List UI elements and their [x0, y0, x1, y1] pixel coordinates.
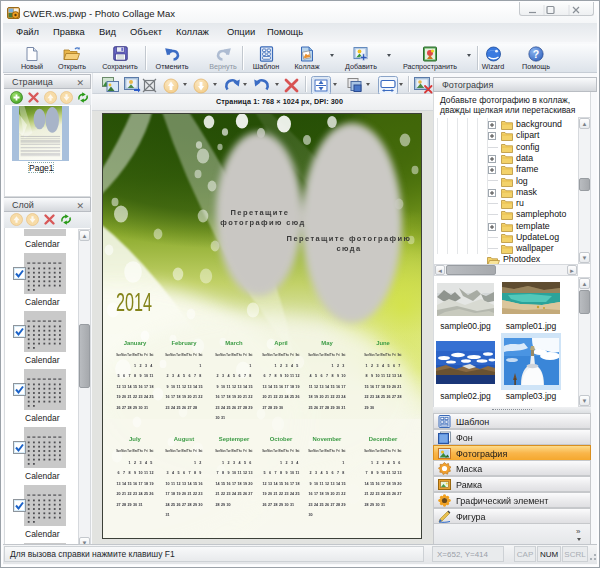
svg-text:February: February [171, 340, 197, 346]
svg-text:20212223242526: 20212223242526 [263, 395, 300, 399]
svg-text:22232425262728: 22232425262728 [365, 395, 402, 399]
svg-text:?: ? [533, 48, 539, 60]
svg-text:20212223242526: 20212223242526 [117, 492, 154, 496]
svg-text:14151617181920: 14151617181920 [216, 482, 253, 486]
svg-text:18192021222324: 18192021222324 [309, 395, 347, 399]
svg-text:June: June [376, 340, 390, 346]
svg-text:16171819202122: 16171819202122 [309, 492, 346, 496]
svg-text:21222324252627: 21222324252627 [365, 492, 402, 496]
svg-text:2930: 2930 [365, 406, 375, 410]
svg-text:15161718192021: 15161718192021 [365, 385, 402, 389]
svg-text:August: August [174, 436, 194, 442]
svg-text:1: 1 [199, 364, 201, 368]
svg-text:Перетащите: Перетащите [231, 208, 290, 217]
svg-text:19202122232425: 19202122232425 [263, 492, 300, 496]
svg-text:March: March [225, 340, 243, 346]
svg-text:25262728293031: 25262728293031 [309, 406, 346, 410]
svg-text:2728293031: 2728293031 [117, 503, 143, 507]
svg-text:16171819202122: 16171819202122 [216, 395, 253, 399]
svg-text:May: May [321, 340, 333, 346]
svg-text:27282930: 27282930 [263, 406, 284, 410]
svg-text:July: July [129, 436, 142, 442]
svg-text:сюда: сюда [336, 244, 361, 253]
svg-text:17181920212223: 17181920212223 [166, 492, 203, 496]
svg-text:891011121314: 891011121314 [366, 374, 403, 378]
svg-text:Перетащите фотографию: Перетащите фотографию [287, 234, 412, 243]
svg-text:262728293031: 262728293031 [263, 503, 295, 507]
svg-text:1: 1 [249, 364, 251, 368]
svg-text:3031: 3031 [216, 416, 226, 420]
svg-text:567891011: 567891011 [118, 374, 154, 378]
svg-text:12131415161718: 12131415161718 [117, 385, 154, 389]
svg-text:28293031: 28293031 [365, 503, 386, 507]
svg-text:567891011: 567891011 [264, 471, 300, 475]
svg-text:21222324252627: 21222324252627 [216, 492, 253, 496]
svg-text:October: October [270, 436, 293, 442]
svg-text:2014: 2014 [116, 287, 152, 317]
svg-text:19202122232425: 19202122232425 [117, 395, 154, 399]
svg-text:14151617181920: 14151617181920 [365, 482, 402, 486]
svg-text:January: January [124, 340, 147, 346]
svg-text:1: 1 [342, 461, 344, 465]
svg-text:282930: 282930 [216, 503, 231, 507]
svg-text:фотографию сюд: фотографию сюд [220, 218, 305, 227]
svg-text:232425262728: 232425262728 [166, 406, 198, 410]
svg-text:November: November [313, 436, 343, 442]
svg-text:16171819202122: 16171819202122 [166, 395, 203, 399]
svg-text:24252627282930: 24252627282930 [166, 503, 203, 507]
svg-text:December: December [369, 436, 398, 442]
svg-text:13141516171819: 13141516171819 [117, 482, 154, 486]
svg-text:April: April [274, 340, 288, 346]
svg-text:31: 31 [166, 513, 170, 517]
svg-text:12131415161718: 12131415161718 [263, 482, 300, 486]
svg-text:10111213141516: 10111213141516 [166, 482, 203, 486]
svg-text:23242526272829: 23242526272829 [216, 406, 253, 410]
svg-text:262728293031: 262728293031 [117, 406, 149, 410]
svg-text:23242526272829: 23242526272829 [309, 503, 346, 507]
svg-text:123: 123 [331, 364, 344, 368]
svg-text:11121314151617: 11121314151617 [309, 385, 346, 389]
svg-text:13141516171819: 13141516171819 [263, 385, 300, 389]
svg-text:30: 30 [309, 513, 313, 517]
svg-text:Septemper: Septemper [219, 436, 250, 442]
